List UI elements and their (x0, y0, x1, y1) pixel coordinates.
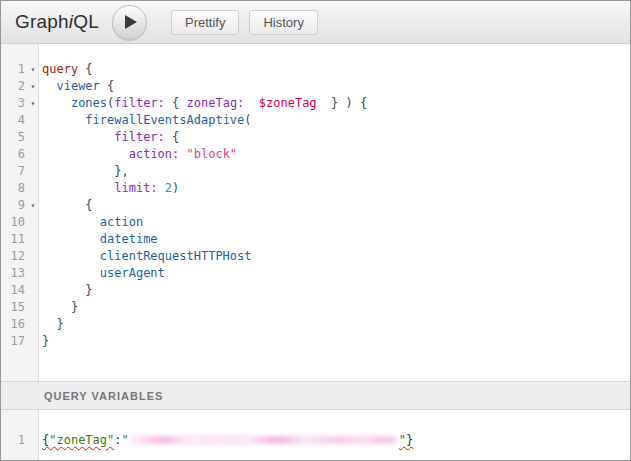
code-token: { (85, 198, 92, 212)
line-number: 17 (1, 333, 27, 350)
code-token: } (42, 334, 49, 348)
graphiql-logo: GraphiQL (15, 11, 99, 33)
code-token: { (78, 62, 92, 76)
code-line: 7 }, (1, 163, 630, 180)
code-token: } (406, 433, 413, 447)
query-editor[interactable]: 1▾query {2▾ viewer {3▾ zones(filter: { z… (1, 44, 630, 381)
code-text: } (39, 299, 78, 316)
fold-gutter-spacer (27, 333, 39, 350)
code-token: action: (129, 147, 180, 161)
code-text: viewer { (39, 78, 114, 95)
code-text: action (39, 214, 143, 231)
code-token: "zoneTag" (49, 433, 114, 447)
code-text: } (39, 333, 49, 350)
code-token: } (71, 300, 78, 314)
prettify-button[interactable]: Prettify (171, 10, 239, 35)
topbar: GraphiQL Prettify History (1, 1, 630, 44)
code-line: 14 } (1, 282, 630, 299)
code-line: 1▾query { (1, 61, 630, 78)
line-number: 1 (1, 61, 27, 78)
code-line: 9▾ { (1, 197, 630, 214)
code-text: query { (39, 61, 93, 78)
code-text: } (39, 316, 64, 333)
logo-part-ql: QL (73, 11, 99, 32)
code-text: {"zoneTag":""} (39, 432, 413, 449)
line-number: 5 (1, 129, 27, 146)
fold-gutter-spacer (27, 112, 39, 129)
code-line: 10 action (1, 214, 630, 231)
fold-gutter-spacer (27, 180, 39, 197)
code-token (158, 181, 165, 195)
fold-arrow-icon[interactable]: ▾ (27, 197, 39, 214)
code-line: 16 } (1, 316, 630, 333)
code-text: userAgent (39, 265, 165, 282)
query-variables-header[interactable]: QUERY VARIABLES (1, 381, 630, 410)
fold-gutter-spacer (27, 214, 39, 231)
code-text: limit: 2) (39, 180, 179, 197)
fold-gutter-spacer (27, 282, 39, 299)
code-token: zoneTag: (187, 96, 245, 110)
fold-arrow-icon[interactable]: ▾ (27, 78, 39, 95)
code-token: ) (172, 181, 179, 195)
code-token: " (399, 433, 406, 447)
code-token: }, (114, 164, 128, 178)
code-token: } (56, 317, 63, 331)
code-line: 2▾ viewer { (1, 78, 630, 95)
code-line: 6 action: "block" (1, 146, 630, 163)
redacted-zone-id-value (131, 434, 397, 446)
line-number: 8 (1, 180, 27, 197)
code-line: 12 clientRequestHTTPHost (1, 248, 630, 265)
fold-gutter-spacer (27, 163, 39, 180)
history-button[interactable]: History (249, 10, 317, 35)
code-token: } (85, 283, 92, 297)
line-number: 6 (1, 146, 27, 163)
variables-editor[interactable]: 1{"zoneTag":""} (1, 410, 630, 460)
line-number: 4 (1, 112, 27, 129)
code-line: 5 filter: { (1, 129, 630, 146)
line-number: 7 (1, 163, 27, 180)
code-token (244, 96, 258, 110)
fold-arrow-icon[interactable]: ▾ (27, 61, 39, 78)
line-number: 11 (1, 231, 27, 248)
code-text: { (39, 197, 93, 214)
code-token: ( (244, 113, 251, 127)
fold-arrow-icon[interactable]: ▾ (27, 95, 39, 112)
code-token: { (100, 79, 114, 93)
query-code-lines: 1▾query {2▾ viewer {3▾ zones(filter: { z… (1, 61, 630, 350)
code-token: limit: (114, 181, 157, 195)
code-token: clientRequestHTTPHost (100, 249, 252, 263)
line-number: 9 (1, 197, 27, 214)
code-token: query (42, 62, 78, 76)
line-number: 2 (1, 78, 27, 95)
fold-gutter-spacer (27, 231, 39, 248)
fold-gutter-spacer (27, 265, 39, 282)
code-token: userAgent (100, 266, 165, 280)
code-token: datetime (100, 232, 158, 246)
code-text: filter: { (39, 129, 179, 146)
fold-gutter-spacer (27, 248, 39, 265)
code-line: 17} (1, 333, 630, 350)
code-line: 11 datetime (1, 231, 630, 248)
line-number: 10 (1, 214, 27, 231)
code-token: "block" (187, 147, 238, 161)
code-line: 3▾ zones(filter: { zoneTag: $zoneTag } )… (1, 95, 630, 112)
code-line: 15 } (1, 299, 630, 316)
code-token: 2 (165, 181, 172, 195)
line-number: 3 (1, 95, 27, 112)
variables-code-lines: 1{"zoneTag":""} (1, 432, 630, 449)
code-line: 4 firewallEventsAdaptive( (1, 112, 630, 129)
code-text: clientRequestHTTPHost (39, 248, 252, 265)
execute-query-button[interactable] (112, 5, 147, 40)
logo-part-graph: Graph (15, 11, 69, 32)
code-line: 1{"zoneTag":""} (1, 432, 630, 449)
code-token: { (165, 130, 179, 144)
line-number: 13 (1, 265, 27, 282)
fold-gutter-spacer (27, 146, 39, 163)
line-number: 14 (1, 282, 27, 299)
line-number: 1 (1, 432, 27, 449)
code-token: action (100, 215, 143, 229)
code-text: } (39, 282, 93, 299)
fold-gutter-spacer (27, 432, 39, 449)
query-variables-title: QUERY VARIABLES (44, 390, 163, 402)
code-line: 8 limit: 2) (1, 180, 630, 197)
